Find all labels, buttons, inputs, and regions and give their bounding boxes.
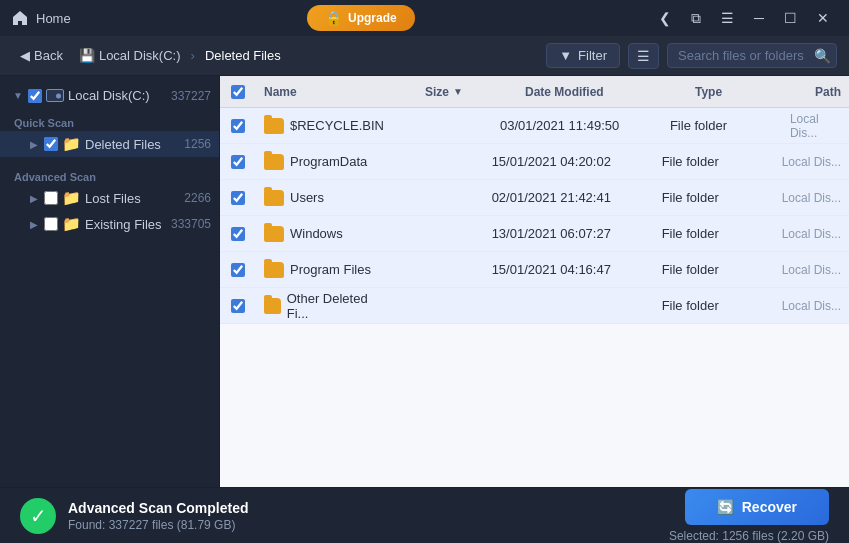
row-date-cell: 02/01/2021 21:42:41 bbox=[484, 190, 654, 205]
root-checkbox[interactable] bbox=[28, 89, 42, 103]
table-row[interactable]: $RECYCLE.BIN 03/01/2021 11:49:50 File fo… bbox=[220, 108, 849, 144]
search-wrapper: 🔍 bbox=[667, 43, 837, 68]
menu-window-btn[interactable]: ☰ bbox=[713, 6, 742, 30]
th-size[interactable]: Size ▼ bbox=[417, 85, 517, 99]
row-checkbox-cell[interactable] bbox=[220, 263, 256, 277]
minimize-button[interactable]: ─ bbox=[746, 6, 772, 30]
row-date-cell: 15/01/2021 04:20:02 bbox=[484, 154, 654, 169]
row-path-cell: Local Dis... bbox=[774, 227, 849, 241]
row-name-cell: Windows bbox=[256, 226, 384, 242]
th-type[interactable]: Type bbox=[687, 85, 807, 99]
row-checkbox-cell[interactable] bbox=[220, 191, 256, 205]
row-type-cell: File folder bbox=[654, 262, 774, 277]
sidebar-item-lost-files[interactable]: ▶ 📁 Lost Files 2266 bbox=[0, 185, 219, 211]
file-list: Name Size ▼ Date Modified Type Path $REC bbox=[220, 76, 849, 487]
restore-window-btn[interactable]: ⧉ bbox=[683, 6, 709, 31]
row-checkbox-cell[interactable] bbox=[220, 299, 256, 313]
row-checkbox-cell[interactable] bbox=[220, 155, 256, 169]
breadcrumb-separator: › bbox=[191, 48, 195, 63]
navbar-right: ▼ Filter ☰ 🔍 bbox=[546, 43, 837, 69]
lost-files-checkbox[interactable] bbox=[44, 191, 58, 205]
status-text: Advanced Scan Completed Found: 337227 fi… bbox=[68, 500, 249, 532]
back-button[interactable]: ◀ Back bbox=[12, 44, 71, 67]
search-icon-button[interactable]: 🔍 bbox=[814, 48, 831, 64]
table-row[interactable]: Other Deleted Fi... File folder Local Di… bbox=[220, 288, 849, 324]
th-date[interactable]: Date Modified bbox=[517, 85, 687, 99]
status-check-icon: ✓ bbox=[20, 498, 56, 534]
sidebar-item-existing-files[interactable]: ▶ 📁 Existing Files 333705 bbox=[0, 211, 219, 237]
row-path-cell: Local Dis... bbox=[774, 155, 849, 169]
row-checkbox-cell[interactable] bbox=[220, 227, 256, 241]
row-path: Local Dis... bbox=[782, 263, 841, 277]
breadcrumb-disk-label: Local Disk(C:) bbox=[99, 48, 181, 63]
upgrade-icon: 🔒 bbox=[325, 10, 342, 26]
window-controls: ❮ ⧉ ☰ ─ ☐ ✕ bbox=[651, 6, 837, 31]
navbar: ◀ Back 💾 Local Disk(C:) › Deleted Files … bbox=[0, 36, 849, 76]
chevron-right-icon: ▶ bbox=[28, 139, 40, 150]
sidebar-root-item[interactable]: ▼ Local Disk(C:) 337227 bbox=[0, 84, 219, 107]
chevron-icon2: ▶ bbox=[28, 219, 40, 230]
row-name-cell: Other Deleted Fi... bbox=[256, 291, 384, 321]
select-all-checkbox[interactable] bbox=[231, 85, 245, 99]
breadcrumb-disk[interactable]: 💾 Local Disk(C:) bbox=[79, 48, 181, 63]
table-row[interactable]: ProgramData 15/01/2021 04:20:02 File fol… bbox=[220, 144, 849, 180]
back-window-btn[interactable]: ❮ bbox=[651, 6, 679, 30]
row-checkbox[interactable] bbox=[231, 191, 245, 205]
deleted-files-checkbox[interactable] bbox=[44, 137, 58, 151]
row-checkbox[interactable] bbox=[231, 119, 245, 133]
lost-files-count: 2266 bbox=[184, 191, 211, 205]
chevron-down-icon: ▼ bbox=[12, 90, 24, 101]
table-body: $RECYCLE.BIN 03/01/2021 11:49:50 File fo… bbox=[220, 108, 849, 487]
row-date-cell: 13/01/2021 06:07:27 bbox=[484, 226, 654, 241]
existing-files-label: Existing Files bbox=[85, 217, 167, 232]
menu-button[interactable]: ☰ bbox=[628, 43, 659, 69]
row-checkbox[interactable] bbox=[231, 263, 245, 277]
hdd-icon bbox=[46, 89, 64, 102]
existing-files-checkbox[interactable] bbox=[44, 217, 58, 231]
breadcrumb-deleted-label: Deleted Files bbox=[205, 48, 281, 63]
breadcrumb-deleted: Deleted Files bbox=[205, 48, 281, 63]
existing-files-count: 333705 bbox=[171, 217, 211, 231]
row-date: 02/01/2021 21:42:41 bbox=[492, 190, 611, 205]
upgrade-button[interactable]: 🔒 Upgrade bbox=[307, 5, 415, 31]
row-type: File folder bbox=[662, 262, 719, 277]
status-right: 🔄 Recover Selected: 1256 files (2.20 GB) bbox=[669, 489, 829, 543]
main-content: ▼ Local Disk(C:) 337227 Quick Scan ▶ 📁 D… bbox=[0, 76, 849, 487]
th-checkbox[interactable] bbox=[220, 85, 256, 99]
back-label: Back bbox=[34, 48, 63, 63]
row-date: 13/01/2021 06:07:27 bbox=[492, 226, 611, 241]
titlebar-left: Home bbox=[12, 10, 71, 26]
row-checkbox[interactable] bbox=[231, 227, 245, 241]
table-row[interactable]: Users 02/01/2021 21:42:41 File folder Lo… bbox=[220, 180, 849, 216]
close-button[interactable]: ✕ bbox=[809, 6, 837, 30]
row-name-cell: ProgramData bbox=[256, 154, 384, 170]
row-name: Windows bbox=[290, 226, 343, 241]
row-type: File folder bbox=[662, 226, 719, 241]
filter-icon: ▼ bbox=[559, 48, 572, 63]
row-date-cell: 15/01/2021 04:16:47 bbox=[484, 262, 654, 277]
th-path[interactable]: Path bbox=[807, 85, 849, 99]
row-date: 15/01/2021 04:16:47 bbox=[492, 262, 611, 277]
table-row[interactable]: Program Files 15/01/2021 04:16:47 File f… bbox=[220, 252, 849, 288]
sidebar-item-deleted-files[interactable]: ▶ 📁 Deleted Files 1256 bbox=[0, 131, 219, 157]
upgrade-label: Upgrade bbox=[348, 11, 397, 25]
row-type-cell: File folder bbox=[654, 298, 774, 313]
folder-icon bbox=[264, 226, 284, 242]
maximize-button[interactable]: ☐ bbox=[776, 6, 805, 30]
search-input[interactable] bbox=[667, 43, 837, 68]
status-subtitle: Found: 337227 files (81.79 GB) bbox=[68, 518, 249, 532]
recover-button[interactable]: 🔄 Recover bbox=[685, 489, 829, 525]
advanced-scan-label: Advanced Scan bbox=[0, 165, 219, 185]
home-label: Home bbox=[36, 11, 71, 26]
row-path: Local Dis... bbox=[782, 191, 841, 205]
row-checkbox-cell[interactable] bbox=[220, 119, 256, 133]
row-path: Local Dis... bbox=[782, 227, 841, 241]
filter-button[interactable]: ▼ Filter bbox=[546, 43, 620, 68]
row-name: Users bbox=[290, 190, 324, 205]
th-name[interactable]: Name bbox=[256, 85, 417, 99]
row-path: Local Dis... bbox=[790, 112, 841, 140]
table-row[interactable]: Windows 13/01/2021 06:07:27 File folder … bbox=[220, 216, 849, 252]
row-checkbox[interactable] bbox=[231, 299, 245, 313]
row-name: $RECYCLE.BIN bbox=[290, 118, 384, 133]
row-checkbox[interactable] bbox=[231, 155, 245, 169]
